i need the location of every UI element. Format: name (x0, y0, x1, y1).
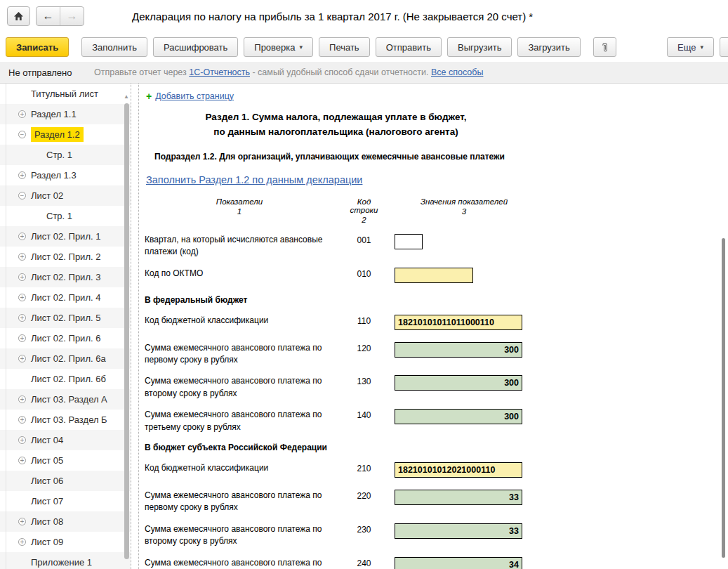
form-rows: Квартал, на который исчисляются авансовы… (145, 234, 710, 569)
all-methods-link[interactable]: Все способы (431, 67, 483, 77)
collapse-icon[interactable]: − (18, 192, 26, 200)
sidebar-item[interactable]: +Лист 08 (0, 511, 131, 532)
sidebar-tree: Титульный лист+Раздел 1.1−Раздел 1.2Стр.… (0, 84, 131, 569)
print-button[interactable]: Печать (319, 37, 370, 57)
fill-button[interactable]: Заполнить (81, 37, 147, 57)
field-input[interactable]: 33 (395, 523, 522, 539)
field-input[interactable] (395, 234, 423, 249)
section-title-line2: по данным налогоплательщика (налогового … (145, 125, 527, 140)
field-input[interactable]: 300 (395, 342, 522, 358)
fill-section-link[interactable]: Заполнить Раздел 1.2 по данным деклараци… (146, 174, 362, 185)
sidebar-item[interactable]: −Раздел 1.2 (0, 124, 131, 145)
home-button[interactable] (7, 6, 30, 26)
check-button[interactable]: Проверка ▾ (244, 37, 313, 57)
sidebar-item-label: Лист 02. Прил. 2 (31, 251, 100, 262)
sidebar-item[interactable]: +Раздел 1.1 (0, 104, 131, 124)
expand-icon[interactable]: + (18, 110, 26, 118)
panel-splitter[interactable] (131, 84, 139, 569)
expand-icon[interactable]: + (18, 171, 26, 179)
sidebar-item[interactable]: Стр. 1 (0, 206, 131, 226)
field-input[interactable]: 300 (395, 375, 522, 391)
toolbar: Записать Заполнить Расшифровать Проверка… (0, 32, 728, 62)
check-label: Проверка (254, 42, 295, 53)
line-code: 210 (345, 462, 383, 473)
sidebar-item[interactable]: +Лист 02. Прил. 6 (0, 328, 131, 348)
field-input[interactable]: 18210101012021000110 (395, 462, 522, 478)
forward-button[interactable]: → (60, 7, 84, 25)
expand-icon[interactable]: + (18, 294, 26, 301)
decipher-button[interactable]: Расшифровать (153, 37, 238, 57)
field-input[interactable]: 300 (395, 409, 522, 424)
form-field-row: Сумма ежемесячного авансового платежа по… (145, 342, 710, 367)
print-label: Печать (329, 42, 359, 53)
sidebar-item[interactable]: +Лист 02. Прил. 4 (0, 287, 131, 308)
expand-icon[interactable]: + (18, 436, 26, 444)
sidebar-item[interactable]: Лист 02. Прил. 6б (0, 369, 131, 389)
sidebar-item[interactable]: Стр. 1 (0, 145, 131, 165)
sidebar-item[interactable]: +Лист 02. Прил. 1 (0, 226, 131, 247)
add-page-label[interactable]: Добавить страницу (155, 91, 234, 101)
sidebar-item[interactable]: Приложение 1 (0, 552, 131, 569)
sidebar-item[interactable]: +Лист 09 (0, 532, 131, 552)
send-button[interactable]: Отправить (376, 37, 442, 57)
sidebar-scrollbar[interactable] (124, 103, 129, 559)
expand-icon[interactable]: + (18, 518, 26, 525)
scroll-up-icon[interactable]: ▲ (124, 93, 129, 100)
sidebar-item[interactable]: +Лист 02. Прил. 3 (0, 267, 131, 287)
sidebar-item[interactable]: +Лист 03. Раздел А (0, 389, 131, 410)
save-button[interactable]: Записать (6, 37, 69, 57)
expand-icon[interactable]: + (18, 355, 26, 362)
sidebar-item[interactable]: +Раздел 1.3 (0, 165, 131, 185)
1c-reporting-link[interactable]: 1С-Отчетность (189, 67, 250, 77)
field-label: Сумма ежемесячного авансового платежа по… (145, 490, 345, 514)
expand-icon[interactable]: + (18, 314, 26, 322)
sidebar-item[interactable]: +Лист 02. Прил. 5 (0, 308, 131, 328)
expand-icon[interactable]: + (18, 253, 26, 261)
field-label: Квартал, на который исчисляются авансовы… (145, 234, 345, 259)
add-page-link[interactable]: + Добавить страницу (146, 91, 234, 102)
field-input[interactable]: 33 (395, 490, 522, 505)
field-input[interactable] (395, 268, 473, 283)
back-button[interactable]: ← (37, 7, 60, 25)
sidebar-item[interactable]: Титульный лист (0, 84, 131, 104)
form-field-row: Сумма ежемесячного авансового платежа по… (145, 523, 710, 548)
sidebar-item[interactable]: +Лист 04 (0, 430, 131, 450)
expand-icon[interactable]: + (18, 273, 26, 281)
sidebar-item[interactable]: Лист 07 (0, 491, 131, 511)
expand-icon[interactable]: + (18, 457, 26, 464)
sidebar-item[interactable]: +Лист 02. Прил. 6а (0, 348, 131, 369)
decipher-label: Расшифровать (164, 42, 227, 53)
import-button[interactable]: Загрузить (517, 37, 580, 57)
expand-icon[interactable]: + (18, 395, 26, 403)
sidebar-item[interactable]: +Лист 03. Раздел Б (0, 410, 131, 430)
field-input[interactable]: 34 (395, 557, 522, 569)
sidebar-item[interactable]: Лист 06 (0, 471, 131, 491)
history-nav-group: ← → (36, 6, 84, 26)
sidebar-item-label: Лист 02. Прил. 6 (31, 333, 100, 344)
more-button[interactable]: Еще ▾ (667, 37, 714, 57)
form-scrollbar[interactable] (722, 238, 725, 558)
sidebar-item-label: Раздел 1.1 (31, 109, 77, 119)
attachments-button[interactable] (593, 37, 616, 57)
expand-icon[interactable]: + (18, 416, 26, 424)
column-header-line-code: Код строки2 (345, 197, 383, 224)
expand-icon[interactable]: + (18, 233, 26, 240)
sidebar-item[interactable]: −Лист 02 (0, 185, 131, 206)
sidebar-item[interactable]: +Лист 02. Прил. 2 (0, 247, 131, 267)
content-area: Титульный лист+Раздел 1.1−Раздел 1.2Стр.… (0, 84, 728, 569)
sidebar-item-label: Лист 05 (31, 455, 63, 466)
collapse-icon[interactable]: − (18, 131, 26, 138)
form-panel: + Добавить страницу Раздел 1. Сумма нало… (139, 84, 728, 569)
expand-icon[interactable]: + (18, 538, 26, 546)
form-field-row: Квартал, на который исчисляются авансовы… (145, 234, 710, 259)
sidebar-item[interactable]: +Лист 05 (0, 450, 131, 471)
expand-icon[interactable]: + (18, 334, 26, 342)
field-input[interactable]: 18210101011011000110 (395, 315, 522, 330)
sidebar-item-label: Лист 02. Прил. 5 (31, 313, 100, 323)
sidebar-item-label: Лист 06 (31, 476, 63, 486)
chevron-down-icon: ▾ (700, 44, 703, 51)
export-button[interactable]: Выгрузить (447, 37, 512, 57)
field-label: Сумма ежемесячного авансового платежа по… (145, 342, 345, 367)
status-hint: Отправьте отчет через 1С-Отчетность - са… (94, 67, 483, 77)
clipped-edge-button[interactable] (720, 37, 728, 57)
